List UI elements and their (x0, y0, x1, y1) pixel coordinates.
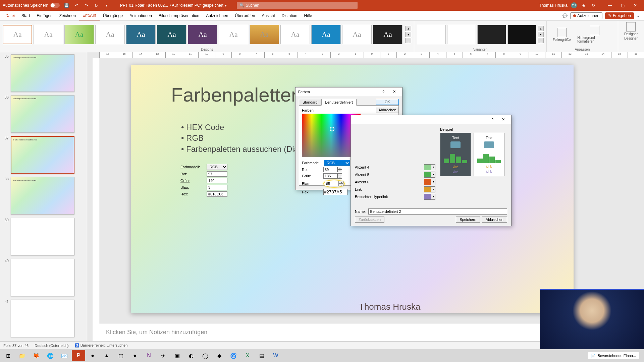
theme-thumb[interactable]: Aa (157, 25, 186, 44)
save-button[interactable]: Speichern (456, 217, 480, 223)
slide-thumb-35[interactable]: Farbenpaletten Definieren (11, 54, 74, 92)
tab-transitions[interactable]: Übergänge (100, 11, 126, 20)
minimize-icon[interactable]: — (604, 1, 616, 9)
slide-size-button[interactable]: Foliengröße (549, 22, 574, 47)
slide-thumb-37[interactable]: Farbenpaletten Definieren (11, 136, 74, 174)
app-icon[interactable]: ◆ (213, 350, 226, 361)
tab-start[interactable]: Start (18, 11, 33, 20)
slide-title[interactable]: Farbenpaletten (171, 83, 302, 106)
file-explorer-icon[interactable]: 📁 (15, 350, 29, 361)
firefox-icon[interactable]: 🦊 (30, 350, 43, 361)
tab-draw[interactable]: Zeichnen (56, 11, 79, 20)
slide-thumb-39[interactable] (11, 218, 74, 255)
cancel-button[interactable]: Abbrechen (376, 107, 399, 113)
theme-dialog-titlebar[interactable]: ? ✕ (351, 115, 511, 124)
theme-name-input[interactable] (368, 208, 507, 215)
variant-thumb[interactable] (477, 25, 506, 44)
tab-review[interactable]: Überprüfen (231, 11, 258, 20)
color-picker-a5[interactable]: ▾ (424, 172, 435, 178)
app-icon[interactable]: ▤ (255, 350, 268, 361)
cancel-button[interactable]: Abbrechen (482, 217, 507, 223)
variants-scroll-down[interactable]: ▾ (538, 32, 544, 37)
theme-thumb[interactable]: Aa (373, 25, 402, 44)
theme-thumb[interactable]: Aa (126, 25, 156, 44)
tab-help[interactable]: Hilfe (301, 11, 315, 20)
colors-dialog-titlebar[interactable]: Farben ? ✕ (296, 87, 402, 96)
from-beginning-icon[interactable]: ▷ (93, 2, 100, 9)
ok-button[interactable]: OK (376, 99, 399, 105)
app-icon[interactable]: ● (128, 350, 142, 361)
quickaccess-dropdown-icon[interactable]: ▾ (103, 2, 110, 9)
color-picker-a4[interactable]: ▾ (424, 164, 435, 170)
themes-more[interactable]: ⎯ (405, 38, 411, 43)
theme-thumb[interactable]: Aa (280, 25, 310, 44)
excel-icon[interactable]: X (241, 350, 254, 361)
maximize-icon[interactable]: ▢ (616, 1, 629, 9)
close-icon[interactable]: ✕ (629, 1, 641, 9)
color-picker-visited[interactable]: ▾ (424, 194, 435, 200)
user-name[interactable]: Thomas Hruska (539, 3, 568, 8)
spin-up-icon[interactable]: ▴ (337, 167, 342, 170)
color-model-select[interactable]: RGB (324, 160, 350, 166)
variant-thumb[interactable] (507, 25, 536, 44)
variant-thumb[interactable] (417, 25, 446, 44)
tab-insert[interactable]: Einfügen (33, 11, 56, 20)
autosave-toggle[interactable]: Automatisches Speichern (3, 3, 60, 8)
share-button[interactable]: ✎ Freigeben (605, 12, 634, 19)
avatar[interactable]: TH (571, 2, 577, 8)
theme-thumb[interactable]: Aa (219, 25, 248, 44)
rot-input[interactable] (323, 167, 337, 172)
file-name[interactable]: PPT 01 Roter Faden 002... • Auf "diesem … (120, 3, 227, 8)
theme-thumb[interactable]: Aa (64, 25, 94, 44)
theme-thumb[interactable]: Aa (342, 25, 372, 44)
spin-up-icon[interactable]: ▴ (337, 173, 342, 176)
word-icon[interactable]: W (269, 350, 282, 361)
hex-input[interactable] (323, 189, 347, 195)
notification-pill[interactable]: 📄 Bevorstehende Einna... (588, 352, 639, 359)
tab-standard[interactable]: Standard (299, 99, 321, 106)
blau-input[interactable] (325, 181, 339, 186)
diamond-icon[interactable]: ◈ (580, 2, 587, 9)
sync-icon[interactable]: ⟳ (590, 2, 597, 9)
app-icon[interactable]: ◯ (199, 350, 212, 361)
theme-thumb[interactable]: Aa (311, 25, 341, 44)
theme-thumb[interactable]: Aa (250, 25, 279, 44)
telegram-icon[interactable]: ✈ (156, 350, 170, 361)
app-icon[interactable]: ◐ (184, 350, 198, 361)
undo-icon[interactable]: ↶ (73, 2, 80, 9)
slide-body-text[interactable]: HEX Code RGB Farbenpaletten aussuchen (D… (181, 122, 306, 155)
themes-scroll-down[interactable]: ▾ (405, 32, 411, 37)
tab-design[interactable]: Entwurf (79, 11, 100, 20)
powerpoint-icon[interactable]: P (72, 350, 85, 361)
slide-panel[interactable]: 35Farbenpaletten Definieren 36Farbenpale… (0, 52, 87, 341)
chrome-icon[interactable]: 🌐 (44, 350, 57, 361)
slide-counter[interactable]: Folie 37 von 46 (3, 344, 29, 348)
slide-thumb-40[interactable] (11, 259, 74, 296)
variants-more[interactable]: ⎯ (538, 38, 544, 43)
color-crosshair[interactable] (330, 127, 334, 131)
redo-icon[interactable]: ↷ (83, 2, 90, 9)
spin-down-icon[interactable]: ▾ (337, 170, 342, 172)
theme-thumb[interactable]: Aa (188, 25, 217, 44)
slide-thumb-41[interactable] (11, 300, 74, 337)
accessibility-check[interactable]: ♿ Barrierefreiheit: Untersuchen (75, 343, 128, 348)
themes-scroll-up[interactable]: ▴ (405, 26, 411, 31)
slide-thumb-38[interactable]: Farbenpaletten Definieren (11, 177, 74, 215)
spin-down-icon[interactable]: ▾ (337, 176, 342, 179)
theme-thumb[interactable]: Aa (3, 25, 32, 44)
tab-record[interactable]: Aufzeichnen (203, 11, 231, 20)
search-input[interactable]: 🔍 Suchen (237, 2, 358, 9)
color-picker-a6[interactable]: ▾ (424, 179, 435, 185)
close-icon[interactable]: ✕ (389, 89, 399, 94)
theme-thumb[interactable]: Aa (95, 25, 125, 44)
onenote-icon[interactable]: N (142, 350, 156, 361)
ribbon-collapse-icon[interactable]: ⌄ (637, 13, 640, 18)
language-indicator[interactable]: Deutsch (Österreich) (35, 344, 68, 348)
author-text[interactable]: Thomas Hruska (359, 302, 421, 312)
color-picker-link[interactable]: ▾ (424, 186, 435, 192)
tab-file[interactable]: Datei (2, 11, 18, 20)
designer-button[interactable]: Designer (621, 22, 641, 36)
comments-icon[interactable]: 💬 (562, 13, 568, 18)
vlc-icon[interactable]: ▲ (100, 350, 113, 361)
format-background-button[interactable]: Hintergrund formatieren (574, 22, 615, 47)
